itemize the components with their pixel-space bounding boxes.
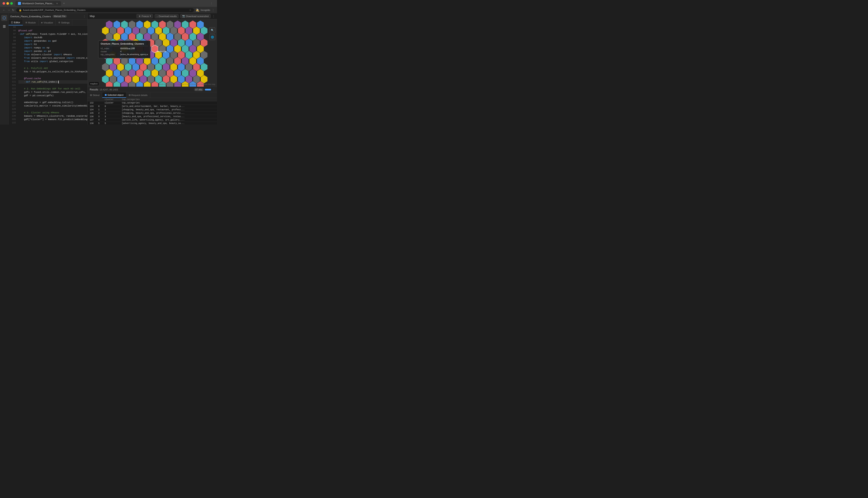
tab-editor[interactable]: { } Editor [9, 19, 23, 25]
code-line [18, 107, 87, 111]
traffic-lights [2, 2, 13, 5]
tooltip-title: Overture_Places_Embedding_Clusters [101, 42, 148, 46]
linenum: 135 [88, 112, 96, 115]
right-panel: Map ⏸ Freeze ▾ ↓ Download results 📷 Down… [88, 13, 217, 124]
module-tab-icon: ⊞ [25, 21, 27, 24]
line-numbers: 95 96 97 98 99 100 101 102 103 104 105 1… [9, 26, 17, 124]
incognito-area: 🕵 Incognito [196, 8, 210, 12]
manual-badge[interactable]: Manual: File [53, 15, 67, 18]
time-badge: 97.48s [194, 88, 204, 91]
hex-map[interactable]: Mexico City Overture_Places_Embedding_Cl… [88, 19, 217, 87]
sidebar-layers-button[interactable] [1, 24, 7, 29]
code-line: kmeans = KMeans(n_clusters=6, random_sta… [18, 114, 87, 118]
code-line: gdf["cluster"] = kmeans.fit_predict(embe… [18, 118, 87, 121]
tab-visualize[interactable]: ◈ Visualize [38, 19, 56, 25]
code-line [18, 97, 87, 101]
browser-tab[interactable]: Workbench Overture_Places... ✕ [15, 1, 61, 6]
map-title: Map [90, 15, 94, 18]
reload-button[interactable]: ↻ [12, 8, 14, 12]
visualize-tab-label: Visualize [43, 21, 53, 24]
browser-menu-button[interactable]: ⋮ [212, 9, 215, 12]
col-header-idx [96, 98, 103, 101]
map-globe-button[interactable]: 🌐 [209, 34, 215, 40]
svg-rect-0 [3, 25, 5, 26]
results-coords: 19.4247,-99.1403 [100, 88, 118, 91]
url-text: fused.io/public/UDF_Overture_Places_Embe… [23, 9, 86, 11]
tooltip-val-h3: 884995bac1fffff [120, 47, 135, 50]
cluster-val: 2 [103, 112, 119, 115]
tab-request-details[interactable]: Request details [126, 92, 150, 98]
map-search-button[interactable]: 🔍 [209, 27, 215, 33]
fullscreen-window-button[interactable] [10, 2, 13, 5]
code-line: import duckdb [18, 36, 87, 39]
layers-icon [2, 25, 6, 28]
code-line: from sklearn.metrics.pairwise import cos… [18, 56, 87, 60]
code-line: import pandas as pd [18, 50, 87, 53]
col-header-topcats: top_categories [119, 98, 217, 101]
cluster-val: 1 [103, 108, 119, 112]
extensions-button[interactable]: ⋮ [208, 0, 215, 6]
cats-val: top_categories [119, 101, 217, 105]
map-menu-button[interactable]: ⋮ [212, 15, 215, 18]
col-header-linenum [88, 98, 96, 101]
download-screenshot-label: Download screenshot [186, 15, 209, 17]
tab-module[interactable]: ⊞ Module [23, 19, 38, 25]
code-editor[interactable]: 95 96 97 98 99 100 101 102 103 104 105 1… [9, 26, 87, 124]
freeze-chevron: ▾ [150, 15, 151, 17]
results-menu-button[interactable]: ⋮ [213, 88, 215, 91]
tooltip-row-cats: top_categories [active_life,advertising_… [101, 53, 148, 56]
code-line: embeddings = gdf.embedding.tolist() [18, 101, 87, 104]
cluster-val: 3 [103, 115, 119, 118]
download-results-button[interactable]: ↓ Download results [155, 14, 179, 18]
tab-close-button[interactable]: ✕ [55, 2, 59, 5]
code-line: # 1. Polyfill AOI [18, 67, 87, 70]
url-bar[interactable]: 🔒 fused.io/public/UDF_Overture_Places_Em… [16, 8, 194, 12]
tab-selected-object[interactable]: Selected object [102, 92, 126, 98]
table-row: 138 5 5 [advertising_agency, beauty_and_… [88, 122, 217, 125]
results-title: Results [90, 88, 98, 91]
freeze-button[interactable]: ⏸ Freeze ▾ [137, 14, 153, 18]
editor-tabs: { } Editor ⊞ Module ◈ Visualize ⚙ Settin… [9, 19, 87, 26]
mapbox-badge: mapbox [89, 82, 99, 86]
col-header-cluster: cluster [103, 98, 119, 101]
progress-bar [205, 89, 211, 91]
tab-favicon [18, 2, 21, 5]
panel-header: Overture_Places_Embedding_Clusters Manua… [9, 13, 87, 19]
minimize-window-button[interactable] [7, 2, 9, 5]
request-details-tab-label: Request details [131, 94, 148, 96]
progress-fill [205, 89, 211, 91]
cats-val: [active_life, advertising_agency, art_ga… [119, 118, 217, 122]
table-row: 135 2 2 [shopping, beauty_and_spa, profe… [88, 112, 217, 115]
code-line: @fused.cache [18, 77, 87, 80]
forward-button[interactable]: → [7, 8, 10, 12]
new-tab-button[interactable]: + [62, 1, 66, 5]
table-row: 132 cluster top_categories [88, 101, 217, 105]
sidebar-icons: ⬡ [0, 13, 9, 124]
cats-val: [beauty_and_spa, professional_services, … [119, 115, 217, 118]
cluster-val: 4 [103, 118, 119, 122]
cluster-val: cluster [103, 101, 119, 105]
close-window-button[interactable] [2, 2, 5, 5]
sidebar-logo[interactable]: ⬡ [1, 15, 7, 21]
results-table-wrap[interactable]: cluster top_categories 132 cluster top_c… [88, 98, 217, 124]
stdout-dot [90, 94, 92, 96]
results-panel: Results 19.4247,-99.1403 97.48s ⋮ Stdout [88, 87, 217, 124]
panel-menu-button[interactable]: ⋮ [83, 15, 86, 18]
cluster-val: 0 [103, 105, 119, 108]
tab-stdout[interactable]: Stdout [88, 92, 102, 98]
browser-urlbar: ← → ↻ 🔒 fused.io/public/UDF_Overture_Pla… [0, 7, 217, 13]
editor-tab-label: Editor [14, 21, 20, 24]
cats-val: [arts_and_entertainment, bar, barber, be… [119, 105, 217, 108]
code-line: # 2. Run Embeddings UDF for each H3 cell [18, 87, 87, 91]
tooltip-key-h3: h3_index [101, 47, 118, 50]
map-attribution: Made with Fused | © Mapbox © OpenStreetM… [159, 83, 215, 86]
table-row: 134 1 1 [shopping, beauty_and_spa, resta… [88, 108, 217, 112]
camera-icon: 📷 [182, 15, 185, 17]
tab-settings[interactable]: ⚙ Settings [56, 19, 73, 25]
back-button[interactable]: ← [2, 8, 5, 12]
bookmark-icon[interactable]: ☆ [189, 9, 191, 12]
incognito-label: Incognito [201, 9, 210, 11]
code-content[interactable]: @fused.udf ›def udf(bbox: fused.types.Ti… [17, 26, 87, 124]
download-results-label: Download results [159, 15, 177, 17]
download-screenshot-button[interactable]: 📷 Download screenshot [180, 14, 210, 18]
